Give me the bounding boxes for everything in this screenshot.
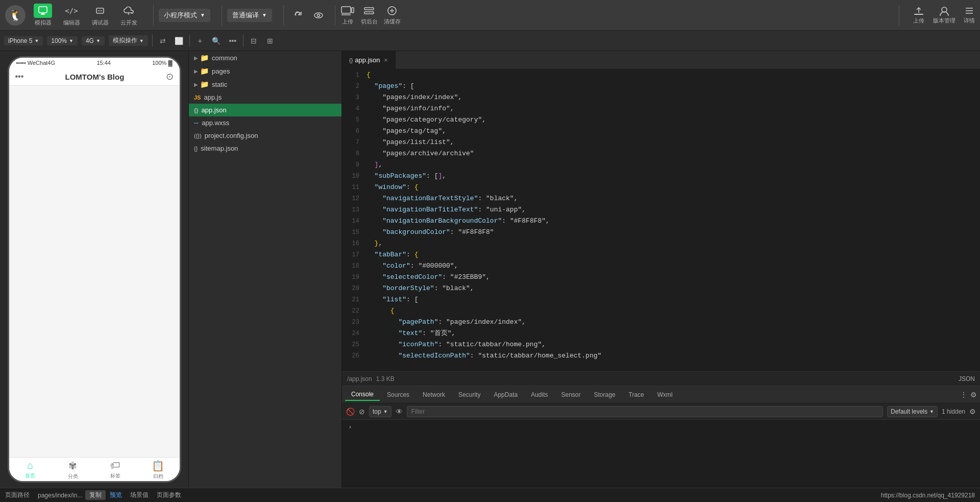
console-tab-sources[interactable]: Sources <box>381 389 415 400</box>
editor-tab-bar: {} app.json × <box>342 51 980 69</box>
version-button[interactable]: 版本管理 <box>933 6 955 25</box>
sitemap-icon: {} <box>194 146 198 152</box>
console-filter-input[interactable] <box>407 406 883 417</box>
add-page-icon[interactable]: + <box>194 35 206 47</box>
clear-cache-btn[interactable]: 清缓存 <box>384 5 401 26</box>
phone-tab-tag[interactable]: 🏷 标签 <box>94 460 137 480</box>
mode-dropdown[interactable]: 小程序模式 ▼ <box>159 9 210 22</box>
line-number: 23 <box>342 317 366 328</box>
code-line: 15 "backgroundColor": "#F8F8F8" <box>342 227 980 238</box>
network-arrow: ▼ <box>96 38 101 43</box>
code-line: 12 "navigationBarTextStyle": "black", <box>342 193 980 204</box>
console-stop-icon[interactable]: ⊘ <box>359 408 365 416</box>
backend-btn[interactable]: 切后台 <box>361 5 378 26</box>
network-select[interactable]: 4G ▼ <box>82 36 105 45</box>
home-tab-icon: ⌂ <box>27 460 33 471</box>
editor-right-panel: {} app.json × 1{2 "pages": [3 "pages/ind… <box>342 51 980 488</box>
console-context-select[interactable]: top ▼ <box>369 406 391 417</box>
preview-button[interactable] <box>309 6 328 25</box>
phone-tab-home[interactable]: ⌂ 首页 <box>9 460 52 480</box>
js-icon: JS <box>194 94 201 101</box>
layout-icon-1[interactable]: ⊟ <box>248 35 260 47</box>
file-size: 1.3 KB <box>376 375 395 383</box>
line-number: 12 <box>342 193 366 204</box>
fullscreen-icon[interactable]: ⬜ <box>173 35 185 47</box>
file-tree-common[interactable]: ▶ 📁 common <box>189 51 341 64</box>
operation-arrow: ▼ <box>139 38 144 43</box>
file-tree-static[interactable]: ▶ 📁 static <box>189 78 341 91</box>
console-eye-icon[interactable]: 👁 <box>396 408 403 416</box>
line-content: "pages/index/index", <box>366 92 980 103</box>
code-line: 20 "borderStyle": "black", <box>342 283 980 294</box>
toolbar-simulator[interactable]: 模拟器 <box>34 4 52 27</box>
line-number: 24 <box>342 328 366 339</box>
line-content: "subPackages": [], <box>366 171 980 182</box>
file-tree-appwxss[interactable]: ··· app.wxss <box>189 116 341 129</box>
phone-nav-title: LOMTOM's Blog <box>65 73 125 81</box>
upload-button[interactable]: 上传 <box>913 6 925 25</box>
file-panel: ▶ 📁 common ▶ 📁 pages ▶ 📁 static JS app.j… <box>189 51 342 488</box>
refresh-button[interactable] <box>289 6 307 25</box>
more-icon[interactable]: ••• <box>227 35 239 47</box>
status-url: https://blog.csdn.net/qq_41929218 <box>881 492 975 499</box>
editor-tab-appjson[interactable]: {} app.json × <box>342 51 396 69</box>
console-tab-audits[interactable]: Audits <box>525 389 554 400</box>
console-gear-icon[interactable]: ⚙ <box>969 408 976 416</box>
file-tree-appjson[interactable]: {} app.json <box>189 104 341 116</box>
compile-dropdown[interactable]: 普通编译 ▼ <box>227 9 272 22</box>
preview-link[interactable]: 预览 <box>110 491 122 499</box>
console-tab-wxml[interactable]: Wxml <box>651 389 679 400</box>
console-tab-trace[interactable]: Trace <box>623 389 650 400</box>
file-tree-sitemap[interactable]: {} sitemap.json <box>189 142 341 155</box>
phone-tab-archive[interactable]: 📋 归档 <box>137 460 180 480</box>
toolbar-debugger[interactable]: 调试器 <box>91 4 109 27</box>
tab-icon: {} <box>349 57 353 63</box>
console-tab-network[interactable]: Network <box>416 389 451 400</box>
tab-close-btn[interactable]: × <box>384 57 388 64</box>
code-line: 5 "pages/category/category", <box>342 114 980 126</box>
svg-point-4 <box>98 10 99 11</box>
console-tab-sensor[interactable]: Sensor <box>555 389 587 400</box>
toolbar-editor[interactable]: </> 编辑器 <box>62 4 81 27</box>
console-tab-security[interactable]: Security <box>452 389 486 400</box>
file-tree-projectconfig[interactable]: ({}) project.config.json <box>189 129 341 142</box>
toolbar-cloud[interactable]: 云开发 <box>119 4 138 27</box>
line-number: 7 <box>342 137 366 148</box>
console-level-select[interactable]: Default levels ▼ <box>887 406 938 417</box>
phone-nav-right[interactable]: ⊙ <box>166 71 174 82</box>
console-tab-storage[interactable]: Storage <box>588 389 622 400</box>
search-icon[interactable]: 🔍 <box>210 35 223 47</box>
phone-nav-left[interactable]: ••• <box>15 72 24 81</box>
phone-time: 15:44 <box>96 60 111 66</box>
editor-icon: </> <box>62 4 81 18</box>
svg-rect-0 <box>39 7 47 13</box>
layout-icon-2[interactable]: ⊞ <box>264 35 276 47</box>
archive-tab-label: 归档 <box>153 473 163 480</box>
detail-button[interactable]: 详情 <box>964 6 975 25</box>
real-debug-btn[interactable]: 上传 <box>340 5 355 26</box>
line-content: "list": [ <box>366 294 980 305</box>
line-number: 21 <box>342 294 366 305</box>
operation-select[interactable]: 模拟操作 ▼ <box>109 35 148 46</box>
line-content: "pages/archive/archive" <box>366 148 980 159</box>
phone-tab-category[interactable]: ✾ 分类 <box>52 460 94 480</box>
file-status-bar: /app.json 1.3 KB JSON <box>342 371 980 386</box>
svg-rect-10 <box>341 7 351 13</box>
console-tabs: Console Sources Network Security AppData… <box>342 386 980 403</box>
line-number: 17 <box>342 249 366 260</box>
phone-carrier: ••••• WeChat4G <box>16 60 56 66</box>
device-bar-sep-2 <box>189 35 190 47</box>
console-tab-console[interactable]: Console <box>345 389 380 401</box>
console-more-btn[interactable]: ⋮ <box>960 391 967 399</box>
file-tree-appjs[interactable]: JS app.js <box>189 91 341 104</box>
line-number: 2 <box>342 81 366 92</box>
copy-button[interactable]: 复制 <box>85 490 106 500</box>
file-tree-pages[interactable]: ▶ 📁 pages <box>189 64 341 78</box>
console-settings-btn[interactable]: ⚙ <box>970 391 977 399</box>
code-line: 8 "pages/archive/archive" <box>342 148 980 159</box>
console-clear-icon[interactable]: 🚫 <box>346 408 355 416</box>
device-select[interactable]: iPhone 5 ▼ <box>4 36 43 45</box>
console-tab-appdata[interactable]: AppData <box>487 389 524 400</box>
zoom-select[interactable]: 100% ▼ <box>47 36 78 45</box>
rotate-icon[interactable]: ⇄ <box>157 35 169 47</box>
